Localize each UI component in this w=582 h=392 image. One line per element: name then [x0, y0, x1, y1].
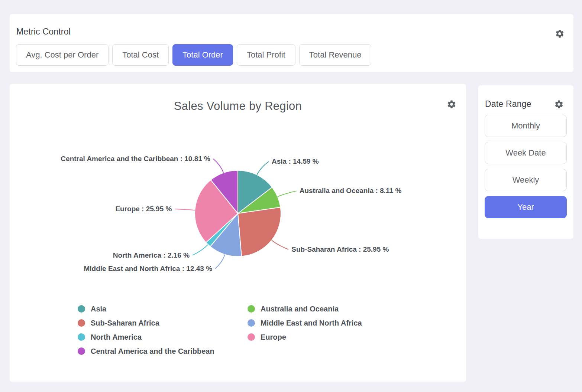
date-range-button-weekly[interactable]: Weekly — [485, 169, 567, 191]
legend-dot-australia-and-oceania — [248, 305, 255, 313]
date-range-button-year[interactable]: Year — [485, 196, 567, 218]
legend-item-australia-and-oceania[interactable]: Australia and Oceania — [248, 305, 339, 313]
pie-label-middle-east-and-north-africa: Middle East and North Africa : 12.43 % — [84, 265, 212, 272]
date-range-settings-button[interactable] — [554, 99, 564, 109]
pie-label-line-australia-and-oceania — [278, 191, 297, 197]
legend-item-central-america-and-the-caribbean[interactable]: Central America and the Caribbean — [78, 347, 214, 355]
legend-label-middle-east-and-north-africa: Middle East and North Africa — [261, 319, 362, 327]
pie-slice-sub-saharan-africa[interactable] — [238, 207, 281, 256]
pie-label-line-sub-saharan-africa — [272, 240, 288, 249]
pie-label-line-asia — [257, 161, 269, 175]
date-range-button-group: MonthlyWeek DateWeeklyYear — [485, 115, 567, 218]
gear-icon — [554, 99, 564, 109]
pie-chart: Asia : 14.59 %Australia and Oceania : 8.… — [10, 84, 466, 382]
pie-label-australia-and-oceania: Australia and Oceania : 8.11 % — [300, 187, 402, 195]
pie-label-north-america: North America : 2.16 % — [113, 251, 190, 259]
pie-label-line-europe — [175, 209, 195, 210]
metric-settings-button[interactable] — [555, 29, 565, 39]
date-range-button-monthly[interactable]: Monthly — [485, 115, 567, 137]
pie-label-sub-saharan-africa: Sub-Saharan Africa : 25.95 % — [291, 245, 389, 253]
legend-dot-north-america — [78, 333, 85, 341]
date-range-panel: Date Range MonthlyWeek DateWeeklyYear — [478, 85, 573, 239]
legend-dot-middle-east-and-north-africa — [248, 319, 255, 327]
date-range-title: Date Range — [485, 99, 531, 109]
legend-item-asia[interactable]: Asia — [78, 305, 107, 313]
legend-dot-central-america-and-the-caribbean — [78, 347, 85, 355]
metric-button-total-revenue[interactable]: Total Revenue — [299, 44, 372, 66]
pie-label-line-central-america-and-the-caribbean — [213, 159, 223, 173]
legend-item-europe[interactable]: Europe — [248, 333, 286, 341]
metric-button-group: Avg. Cost per OrderTotal CostTotal Order… — [16, 44, 371, 66]
legend-label-asia: Asia — [91, 305, 107, 313]
legend-label-north-america: North America — [91, 333, 142, 341]
sales-volume-chart-panel: Sales Volume by Region Asia : 14.59 %Aus… — [10, 84, 466, 382]
metric-control-title: Metric Control — [16, 27, 71, 37]
legend-label-australia-and-oceania: Australia and Oceania — [261, 305, 339, 313]
pie-label-central-america-and-the-caribbean: Central America and the Caribbean : 10.8… — [61, 155, 210, 163]
legend-label-sub-saharan-africa: Sub-Saharan Africa — [91, 319, 160, 327]
metric-button-total-cost[interactable]: Total Cost — [112, 44, 169, 66]
metric-button-avg-cost-per-order[interactable]: Avg. Cost per Order — [16, 44, 109, 66]
pie-label-line-middle-east-and-north-africa — [215, 255, 225, 269]
metric-button-total-order[interactable]: Total Order — [172, 44, 233, 66]
metric-control-panel: Metric Control Avg. Cost per OrderTotal … — [10, 14, 573, 72]
legend-dot-europe — [248, 333, 255, 341]
legend-item-middle-east-and-north-africa[interactable]: Middle East and North Africa — [248, 319, 362, 327]
pie-label-line-north-america — [193, 245, 208, 255]
metric-button-total-profit[interactable]: Total Profit — [237, 44, 295, 66]
gear-icon — [555, 29, 565, 39]
pie-label-asia: Asia : 14.59 % — [272, 157, 319, 165]
legend-dot-asia — [78, 305, 85, 313]
legend-item-sub-saharan-africa[interactable]: Sub-Saharan Africa — [78, 319, 160, 327]
date-range-button-week-date[interactable]: Week Date — [485, 142, 567, 164]
legend-dot-sub-saharan-africa — [78, 319, 85, 327]
legend-label-central-america-and-the-caribbean: Central America and the Caribbean — [91, 347, 214, 355]
pie-label-europe: Europe : 25.95 % — [115, 205, 172, 213]
legend-item-north-america[interactable]: North America — [78, 333, 142, 341]
legend-label-europe: Europe — [261, 333, 286, 341]
